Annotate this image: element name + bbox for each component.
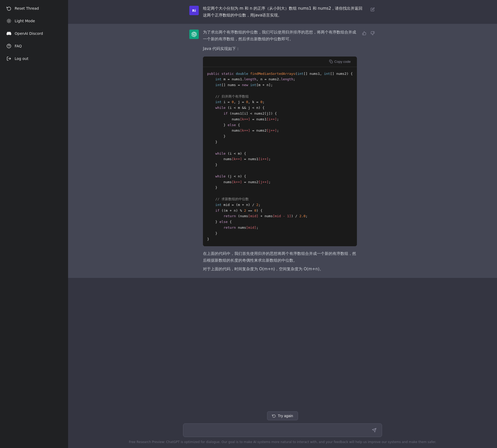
try-again-label: Try again: [278, 414, 293, 418]
gpt-avatar: [189, 30, 199, 39]
assistant-message-content: 为了求出两个有序数组的中位数，我们可以使用归并排序的思想，将两个有序数组合并成一…: [203, 29, 357, 273]
question-icon: [6, 43, 12, 49]
reset-icon: [6, 6, 12, 11]
sidebar-item-faq-label: FAQ: [15, 44, 22, 48]
assistant-message-actions: [361, 30, 376, 36]
sidebar-item-logout[interactable]: Log out: [2, 53, 66, 64]
svg-line-4: [10, 22, 10, 23]
svg-point-0: [8, 20, 10, 22]
chat-scroll[interactable]: Ri 给定两个大小分别为 m 和 n 的正序（从小到大）数组 nums1 和 n…: [68, 0, 497, 407]
code-block-header: Copy code: [203, 57, 357, 67]
sidebar-item-light-mode-label: Light Mode: [15, 19, 35, 23]
sidebar-item-discord-label: OpenAI Discord: [15, 31, 43, 36]
user-avatar: Ri: [189, 6, 199, 15]
sidebar-item-reset-thread[interactable]: Reset Thread: [2, 3, 66, 14]
chat-input-row: [183, 423, 382, 437]
code-content: public static double findMedianSortedArr…: [207, 72, 353, 241]
sidebar-item-faq[interactable]: FAQ: [2, 40, 66, 52]
copy-code-button[interactable]: Copy code: [327, 59, 353, 65]
sidebar-item-openai-discord[interactable]: OpenAI Discord: [2, 28, 66, 39]
svg-rect-12: [330, 61, 333, 63]
assistant-outro1: 在上面的代码中，我们首先使用归并的思想将两个有序数组合并成一个新的有序数组，然后…: [203, 250, 357, 264]
svg-line-8: [10, 19, 10, 20]
thumbs-up-button[interactable]: [361, 30, 367, 36]
user-message-actions: [369, 6, 376, 13]
chat-input[interactable]: [187, 428, 369, 433]
thumbs-down-button[interactable]: [369, 30, 376, 36]
assistant-message-row: 为了求出两个有序数组的中位数，我们可以使用归并排序的思想，将两个有序数组合并成一…: [68, 24, 497, 278]
send-button[interactable]: [371, 427, 378, 434]
svg-line-7: [7, 22, 8, 23]
code-pre: public static double findMedianSortedArr…: [203, 67, 357, 247]
user-message-text: 给定两个大小分别为 m 和 n 的正序（从小到大）数组 nums1 和 nums…: [203, 5, 365, 19]
footer-text: Free Research Preview: ChatGPT is optimi…: [129, 440, 436, 446]
bottom-area: Try again Free Research Preview: ChatGPT…: [68, 407, 497, 448]
discord-icon: [6, 31, 12, 36]
copy-code-label: Copy code: [334, 60, 351, 64]
assistant-outro2: 对于上面的代码，时间复杂度为 O(m+n)，空间复杂度为 O(m+n)。: [203, 266, 357, 273]
sidebar-item-reset-thread-label: Reset Thread: [15, 6, 39, 10]
assistant-intro: 为了求出两个有序数组的中位数，我们可以使用归并排序的思想，将两个有序数组合并成一…: [203, 29, 357, 42]
try-again-button[interactable]: Try again: [267, 411, 298, 420]
edit-message-button[interactable]: [369, 6, 376, 13]
sun-icon: [6, 18, 12, 24]
logout-icon: [6, 56, 12, 61]
sidebar-item-light-mode[interactable]: Light Mode: [2, 15, 66, 27]
code-block: Copy code public static double findMedia…: [203, 57, 357, 247]
main-panel: Ri 给定两个大小分别为 m 和 n 的正序（从小到大）数组 nums1 和 n…: [68, 0, 497, 448]
sidebar-item-logout-label: Log out: [15, 57, 28, 61]
java-label: Java 代码实现如下：: [203, 46, 357, 52]
user-message-row: Ri 给定两个大小分别为 m 和 n 的正序（从小到大）数组 nums1 和 n…: [68, 0, 497, 24]
svg-line-3: [7, 19, 8, 20]
sidebar: Reset Thread Light Mode OpenAI Discord: [0, 0, 68, 448]
